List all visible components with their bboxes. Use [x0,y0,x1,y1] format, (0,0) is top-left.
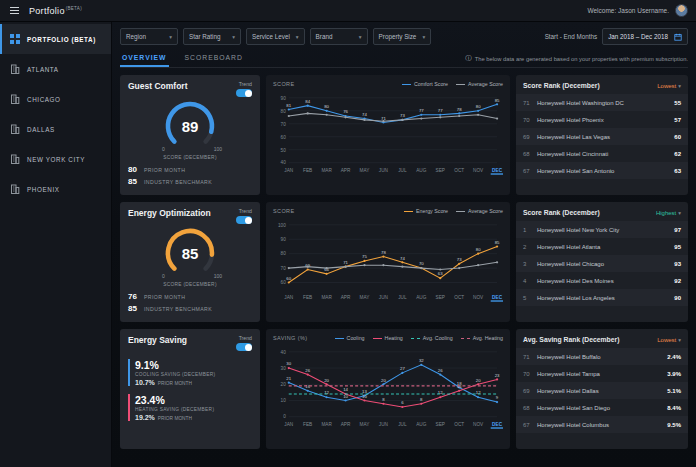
rank-row[interactable]: 67Honeywell Hotel San Antonio63 [516,162,688,179]
rank-filter-dropdown[interactable]: Lowest ▾ [657,83,681,89]
sidebar-item-portfolio-beta[interactable]: PORTFOLIO (BETA) [0,24,111,54]
svg-text:12: 12 [324,390,329,395]
trend-control: Trend [236,208,252,224]
hotel-name: Honeywell Hotel Phoenix [537,117,674,123]
legend-average-score[interactable]: Average Score [456,208,503,214]
filter-property-size[interactable]: Property Size▾ [373,28,432,45]
hotel-name: Honeywell Hotel Los Angeles [537,295,674,301]
rank-row[interactable]: 70Honeywell Hotel Phoenix57 [516,111,688,128]
svg-text:74: 74 [400,256,405,261]
rank-row[interactable]: 4Honeywell Hotel Des Moines92 [516,272,688,289]
legend-average-score[interactable]: Average Score [456,81,503,87]
sidebar-item-new-york-city[interactable]: NEW YORK CITY [0,144,111,174]
rank-row[interactable]: 68Honeywell Hotel Cincinnati62 [516,145,688,162]
avatar[interactable] [675,4,688,17]
svg-text:20: 20 [324,378,329,383]
sidebar-item-phoenix[interactable]: PHOENIX [0,174,111,204]
legend-energy-score[interactable]: Energy Score [404,208,448,214]
card-title: Energy Saving [128,335,187,345]
sidebar-item-atlanta[interactable]: ATLANTA [0,54,111,84]
svg-text:6: 6 [401,400,404,405]
svg-text:MAY: MAY [360,168,371,173]
svg-text:MAR: MAR [321,295,332,300]
sidebar-item-chicago[interactable]: CHICAGO [0,84,111,114]
stat-value: 85 [128,177,140,186]
subscription-note: ⓘ The below data are generated based on … [465,54,688,67]
rank-row[interactable]: 71Honeywell Hotel Washington DC55 [516,94,688,111]
svg-text:10: 10 [281,398,287,403]
tab-scoreboard[interactable]: SCOREBOARD [183,51,245,67]
rank-row[interactable]: 68Honeywell Hotel San Diego8.4% [516,399,688,416]
filter-star-rating[interactable]: Star Rating▾ [183,28,241,45]
rank-row[interactable]: 67Honeywell Hotel Columbus9.5% [516,416,688,433]
rank-number: 69 [523,388,537,394]
trend-control: Trend [236,81,252,97]
legend-avg-cooling[interactable]: Avg. Cooling [411,335,453,341]
rank-number: 71 [523,100,537,106]
rank-title: Score Rank (December) [523,82,600,89]
filter-service-level[interactable]: Service Level▾ [246,28,305,45]
grid-icon [10,34,20,44]
sidebar-item-label: DALLAS [27,126,55,133]
svg-text:80: 80 [281,251,287,256]
legend-comfort-score[interactable]: Comfort Score [402,81,448,87]
svg-text:60: 60 [281,280,287,285]
filter-label: Region [126,33,146,40]
legend-heating[interactable]: Heating [373,335,403,341]
top-bar: Portfolio(BETA) Welcome: Jason Username. [0,0,696,22]
date-range-input[interactable]: Jan 2018 – Dec 2018 [602,28,688,45]
rank-row[interactable]: 1Honeywell Hotel New York City97 [516,221,688,238]
stat-value: 76 [128,292,140,301]
svg-text:OCT: OCT [454,295,464,300]
trend-toggle[interactable] [236,89,252,97]
filter-bar: Region▾Star Rating▾Service Level▾Brand▾P… [120,28,688,45]
rank-filter-dropdown[interactable]: Highest ▾ [656,210,681,216]
svg-text:60: 60 [281,135,287,140]
svg-text:81: 81 [286,103,291,108]
stat-prior-month: 76PRIOR MONTH [128,292,252,301]
svg-text:70: 70 [419,261,424,266]
sidebar-item-dallas[interactable]: DALLAS [0,114,111,144]
rank-value: 5.1% [667,388,681,394]
rank-value: 60 [674,134,681,140]
rank-row[interactable]: 3Honeywell Hotel Chicago93 [516,255,688,272]
rank-value: 97 [674,227,681,233]
trend-toggle[interactable] [236,216,252,224]
sidebar-item-label: PORTFOLIO (BETA) [27,36,96,43]
svg-text:77: 77 [419,108,424,113]
legend-swatch [456,84,465,85]
gauge-min: 0 [162,146,165,152]
svg-text:MAY: MAY [360,295,371,300]
filter-region[interactable]: Region▾ [120,28,178,45]
tab-overview[interactable]: OVERVIEW [120,51,169,67]
legend-avg-heating[interactable]: Avg. Heating [461,335,503,341]
rank-row[interactable]: 2Honeywell Hotel Atlanta95 [516,238,688,255]
svg-text:84: 84 [305,99,310,104]
rank-row[interactable]: 5Honeywell Hotel Los Angeles90 [516,289,688,306]
tabs: OVERVIEWSCOREBOARD [120,51,245,67]
rank-value: 95 [674,244,681,250]
rank-title: Avg. Saving Rank (December) [523,336,619,343]
svg-text:12: 12 [476,390,481,395]
rank-row[interactable]: 69Honeywell Hotel Dallas5.1% [516,382,688,399]
rank-number: 4 [523,278,537,284]
chevron-down-icon: ▾ [169,34,172,40]
hotel-name: Honeywell Hotel Cincinnati [537,151,674,157]
rank-row[interactable]: 70Honeywell Hotel Tampa3.9% [516,365,688,382]
rank-value: 9.5% [667,422,681,428]
rank-row[interactable]: 71Honeywell Hotel Buffalo2.4% [516,348,688,365]
gauge-value: 85 [154,245,226,262]
trend-toggle[interactable] [236,343,252,351]
energy-rank-card: Score Rank (December) Highest ▾ 1Honeywe… [516,202,688,322]
rank-row[interactable]: 69Honeywell Hotel Las Vegas60 [516,128,688,145]
hamburger-icon[interactable] [8,5,21,16]
filter-brand[interactable]: Brand▾ [310,28,368,45]
legend-label: Avg. Cooling [423,335,453,341]
legend-cooling[interactable]: Cooling [335,335,365,341]
svg-text:73: 73 [400,113,405,118]
svg-text:85: 85 [495,240,500,245]
trend-label: Trend [239,335,252,341]
hotel-name: Honeywell Hotel Atlanta [537,244,674,250]
rank-filter-dropdown[interactable]: Lowest ▾ [657,337,681,343]
energy-saving-card: Energy Saving Trend 9.1%COOLING SAVING (… [120,329,260,449]
